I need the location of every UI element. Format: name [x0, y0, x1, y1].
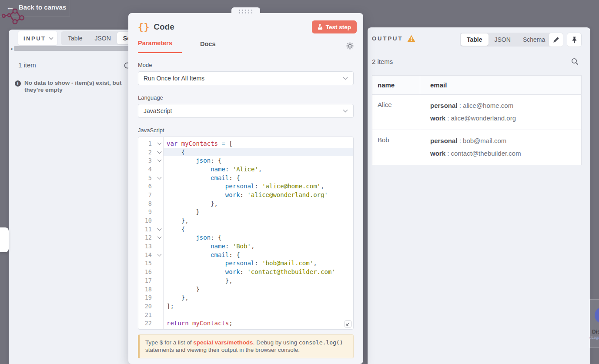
language-label: Language [138, 94, 354, 101]
code-line-1[interactable]: var myContacts = [ [164, 139, 353, 148]
code-line-3[interactable]: json: { [164, 156, 353, 165]
chevron-down-icon [343, 109, 348, 113]
language-select[interactable]: JavaScript [138, 104, 354, 118]
fold-chevron-icon[interactable] [157, 141, 162, 146]
line-number: 16 [141, 268, 152, 275]
code-line-9[interactable]: } [164, 208, 353, 217]
fold-chevron-icon[interactable] [157, 150, 162, 154]
code-line-4[interactable]: name: 'Alice', [164, 165, 353, 174]
cell-email: personal : bob@mail.comwork : contact@th… [420, 130, 581, 165]
table-row: Alicepersonal : alice@home.comwork : ali… [372, 95, 581, 130]
input-empty-message: No data to show - item(s) exist, but the… [24, 80, 140, 94]
input-empty-notice: i No data to show - item(s) exist, but t… [15, 80, 140, 94]
code-line-13[interactable]: name: 'Bob', [164, 242, 353, 250]
fold-chevron-icon[interactable] [157, 235, 162, 240]
fold-chevron-icon[interactable] [157, 253, 162, 257]
code-line-15[interactable]: personal: 'bob@mail.com', [164, 259, 353, 268]
line-number: 18 [141, 286, 152, 293]
line-number: 3 [141, 157, 152, 164]
line-number: 1 [141, 140, 152, 147]
scroll-left-arrow-icon[interactable]: ◂ [9, 47, 14, 51]
tab-parameters[interactable]: Parameters [138, 40, 182, 53]
n8n-logo-icon [1, 7, 26, 26]
mode-select[interactable]: Run Once for All Items [138, 71, 354, 85]
edge-widget-panel [590, 299, 599, 348]
line-number: 22 [141, 320, 152, 327]
code-line-16[interactable]: work: 'contact@thebuilder.com' [164, 267, 353, 276]
fold-chevron-icon[interactable] [157, 227, 162, 231]
line-number: 17 [141, 277, 152, 284]
line-number: 15 [141, 260, 152, 267]
pin-data-button[interactable] [567, 33, 582, 47]
search-icon[interactable] [571, 58, 579, 65]
output-table-header: nameemail [372, 76, 581, 95]
code-line-21[interactable] [164, 311, 353, 319]
code-line-2[interactable]: { [164, 148, 353, 157]
output-view-tabs: TableJSONSchema [460, 33, 552, 47]
line-number: 4 [141, 166, 152, 173]
cell-name: Alice [372, 95, 420, 130]
code-editor[interactable]: 12345678910111213141516171819202122 var … [138, 137, 354, 330]
input-source-select[interactable]: INPUT [18, 31, 57, 45]
column-header-name: name [372, 76, 420, 94]
line-number: 5 [141, 174, 152, 181]
editor-label: JavaScript [138, 127, 354, 134]
chevron-down-icon [343, 77, 348, 80]
line-number: 21 [141, 311, 152, 318]
pin-icon [572, 37, 577, 43]
collapsed-panel-handle[interactable] [0, 227, 9, 252]
editor-resize-handle[interactable] [345, 321, 351, 327]
output-tab-json[interactable]: JSON [489, 33, 517, 46]
line-number: 13 [141, 243, 152, 250]
output-tab-schema[interactable]: Schema [517, 33, 551, 46]
chevron-down-icon [49, 37, 54, 40]
code-line-17[interactable]: }, [164, 276, 353, 285]
backdrop-sidebar-edge [70, 0, 70, 17]
line-number: 10 [141, 217, 152, 224]
line-number: 6 [141, 183, 152, 190]
line-number: 2 [141, 149, 152, 156]
flask-icon [318, 24, 323, 30]
code-line-14[interactable]: email: { [164, 250, 353, 259]
editor-hint: Type $ for a list of special vars/method… [138, 334, 354, 358]
modal-drag-handle[interactable] [231, 7, 260, 13]
output-panel: OUTPUT TableJSONSchema 2 items nameemail… [368, 27, 590, 364]
code-line-5[interactable]: email: { [164, 174, 353, 182]
node-title: Code [154, 22, 174, 32]
editor-code[interactable]: var myContacts = [ { json: { name: 'Alic… [164, 137, 353, 329]
line-number: 14 [141, 251, 152, 258]
pencil-icon [553, 37, 559, 43]
input-tab-table[interactable]: Table [62, 32, 88, 44]
code-line-22[interactable]: return myContacts; [164, 319, 353, 327]
input-tab-json[interactable]: JSON [88, 32, 117, 44]
fold-chevron-icon[interactable] [157, 176, 162, 180]
output-tab-table[interactable]: Table [461, 33, 489, 46]
language-value: JavaScript [144, 107, 172, 114]
hint-text: . Debug by using [253, 339, 299, 346]
code-line-11[interactable]: { [164, 225, 353, 234]
warning-icon [407, 35, 415, 42]
line-number: 11 [141, 226, 152, 233]
code-line-7[interactable]: work: 'alice@wonderland.org' [164, 190, 353, 199]
test-step-button[interactable]: Test step [312, 20, 357, 33]
line-number: 20 [141, 303, 152, 310]
cell-email: personal : alice@home.comwork : alice@wo… [420, 95, 581, 130]
info-icon: i [15, 80, 21, 87]
code-line-10[interactable]: }, [164, 216, 353, 225]
code-line-19[interactable]: }, [164, 293, 353, 302]
tab-docs[interactable]: Docs [200, 40, 215, 53]
code-line-20[interactable]: ]; [164, 302, 353, 311]
output-table: nameemail Alicepersonal : alice@home.com… [372, 75, 582, 165]
gear-icon[interactable] [346, 42, 354, 50]
code-line-12[interactable]: json: { [164, 234, 353, 242]
code-line-8[interactable]: }, [164, 199, 353, 208]
editor-gutter: 12345678910111213141516171819202122 [138, 137, 164, 329]
line-number: 12 [141, 234, 152, 241]
fold-chevron-icon[interactable] [157, 158, 162, 163]
resize-icon [346, 322, 350, 326]
special-vars-link[interactable]: special vars/methods [193, 339, 253, 346]
edit-output-button[interactable] [549, 33, 563, 47]
code-line-18[interactable]: } [164, 285, 353, 294]
code-line-6[interactable]: personal: 'alice@home.com', [164, 182, 353, 190]
table-row: Bobpersonal : bob@mail.comwork : contact… [372, 130, 581, 165]
